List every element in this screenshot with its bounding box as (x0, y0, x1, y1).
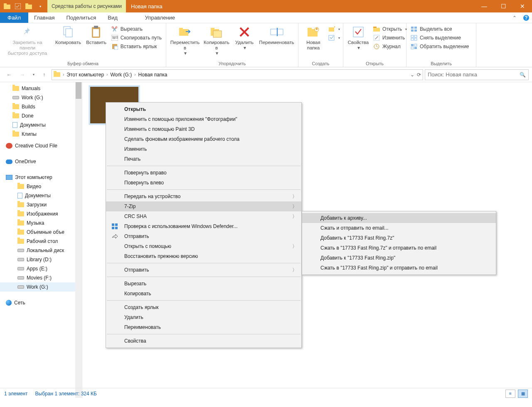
move-to-button[interactable]: Переместить в▾ (169, 24, 201, 57)
tab-home[interactable]: Главная (28, 12, 60, 23)
maximize-button[interactable]: ☐ (494, 0, 513, 12)
sidebar-item[interactable]: Музыка (0, 218, 82, 228)
rename-button[interactable]: Переименовать (258, 24, 296, 46)
context-menu-item[interactable]: Удалить (106, 312, 301, 322)
view-thumbnails-button[interactable]: ▦ (518, 390, 528, 398)
sidebar-item[interactable]: Apps (E:) (0, 264, 82, 273)
select-all-button[interactable]: Выделить все (409, 25, 471, 33)
copy-button[interactable]: Копировать (53, 24, 83, 46)
context-menu-item[interactable]: Проверка с использованием Windows Defend… (106, 221, 301, 231)
context-menu-item[interactable]: Добавить к архиву... (302, 213, 496, 223)
select-none-button[interactable]: Снять выделение (409, 34, 471, 42)
invert-selection-button[interactable]: Обратить выделение (409, 42, 471, 51)
ribbon-collapse-button[interactable]: ⌃ (509, 12, 520, 23)
new-item-button[interactable]: ✦▾ (327, 25, 342, 33)
edit-button[interactable]: Изменить (372, 34, 409, 42)
breadcrumb[interactable]: Work (G:) (110, 72, 132, 78)
sidebar-item[interactable]: Видео (0, 182, 82, 191)
context-menu-item[interactable]: Восстановить прежнюю версию (106, 251, 301, 261)
search-box[interactable]: 🔍 (425, 69, 529, 80)
tab-share[interactable]: Поделиться (60, 12, 102, 23)
open-button[interactable]: Открыть▾ (372, 25, 409, 33)
sidebar-item[interactable]: Загрузки (0, 200, 82, 209)
view-details-button[interactable]: ≡ (505, 390, 515, 398)
context-menu-item[interactable]: Открыть с помощью〉 (106, 241, 301, 251)
picture-tools-tab[interactable]: Средства работы с рисунками (47, 0, 126, 12)
context-menu-item[interactable]: Сделать фоновым изображением рабочего ст… (106, 134, 301, 144)
tab-view[interactable]: Вид (102, 12, 123, 23)
qat-dropdown-icon[interactable]: ▾ (36, 2, 45, 11)
sidebar-scrollbar[interactable] (75, 82, 82, 398)
breadcrumb[interactable]: Этот компьютер (66, 72, 104, 78)
sidebar-item[interactable]: Library (D:) (0, 255, 82, 264)
nav-forward-button[interactable]: → (17, 69, 28, 81)
sidebar-item[interactable]: Документы (0, 120, 82, 130)
context-menu-item[interactable]: Печать (106, 154, 301, 164)
nav-up-button[interactable]: ↑ (38, 69, 50, 81)
easy-access-button[interactable]: ▾ (327, 34, 342, 42)
qat-folder-icon[interactable] (24, 2, 33, 11)
context-menu-item[interactable]: Изменить с помощью приложения "Фотографи… (106, 114, 301, 124)
sidebar-item[interactable]: Объемные объе (0, 228, 82, 237)
context-menu-item[interactable]: Передать на устройство〉 (106, 191, 301, 201)
new-folder-button[interactable]: ✦ Новая папка (301, 24, 326, 51)
tab-manage[interactable]: Управление (139, 12, 181, 23)
cut-button[interactable]: ✂️Вырезать (110, 25, 163, 33)
context-menu-item[interactable]: Добавить к "17733 Fast Ring.zip" (302, 253, 496, 263)
context-menu-item[interactable]: Свойства (106, 336, 301, 346)
context-menu-item[interactable]: CRC SHA〉 (106, 211, 301, 221)
sidebar-item-onedrive[interactable]: OneDrive (0, 157, 82, 166)
copy-path-button[interactable]: w≡Скопировать путь (110, 34, 163, 42)
copy-to-button[interactable]: Копировать в▾ (202, 24, 231, 57)
sidebar-item-network[interactable]: Сеть (0, 298, 82, 307)
address-bar[interactable]: › Этот компьютер› Work (G:)› Новая папка… (52, 69, 423, 80)
sidebar-item-creative-cloud[interactable]: Creative Cloud File (0, 141, 82, 150)
sidebar-item[interactable]: Builds (0, 102, 82, 111)
sidebar-item[interactable]: Work (G:) (0, 93, 82, 102)
nav-back-button[interactable]: ← (3, 69, 15, 81)
sidebar-item[interactable]: Локальный диск (0, 246, 82, 255)
context-menu-item[interactable]: Повернуть вправо (106, 168, 301, 178)
minimize-button[interactable]: — (475, 0, 494, 12)
context-menu-item[interactable]: Изменить с помощью Paint 3D (106, 124, 301, 134)
context-menu-item[interactable]: Добавить к "17733 Fast Ring.7z" (302, 233, 496, 243)
chevron-right-icon: 〉 (292, 243, 297, 250)
help-button[interactable]: ? (520, 12, 532, 23)
history-button[interactable]: Журнал (372, 42, 409, 51)
sidebar-item[interactable]: Изображения (0, 209, 82, 218)
close-button[interactable]: ✕ (513, 0, 532, 12)
sidebar-item-this-pc[interactable]: Этот компьютер (0, 173, 82, 182)
nav-history-dropdown[interactable]: ▾ (30, 69, 37, 81)
context-menu-item[interactable]: Изменить (106, 144, 301, 154)
context-menu-item[interactable]: Переименовать (106, 322, 301, 332)
refresh-button[interactable]: ⟳ (417, 72, 421, 78)
context-menu-item[interactable]: Сжать в "17733 Fast Ring.7z" и отправить… (302, 243, 496, 253)
paste-button[interactable]: Вставить (84, 24, 109, 46)
sidebar-item[interactable]: Movies (F:) (0, 273, 82, 282)
tab-file[interactable]: Файл (0, 12, 28, 23)
pin-to-quick-access-button[interactable]: Закрепить на панели быстрого доступа (2, 24, 52, 57)
sidebar-item[interactable]: Done (0, 111, 82, 120)
address-dropdown-icon[interactable]: ⌄ (410, 72, 414, 78)
context-menu-item[interactable]: Вырезать (106, 279, 301, 289)
context-menu-item[interactable]: Сжать в "17733 Fast Ring.zip" и отправит… (302, 263, 496, 273)
properties-button[interactable]: Свойства▾ (346, 24, 371, 51)
context-menu-item[interactable]: Повернуть влево (106, 178, 301, 188)
sidebar-item[interactable]: Рабочий стол (0, 237, 82, 246)
context-menu-item[interactable]: Создать ярлык (106, 302, 301, 312)
qat-properties-icon[interactable] (13, 2, 22, 11)
context-menu-item[interactable]: Отправить〉 (106, 265, 301, 275)
sidebar-item[interactable]: Work (G:) (0, 282, 82, 292)
breadcrumb[interactable]: Новая папка (138, 72, 167, 78)
context-menu-item[interactable]: Копировать (106, 289, 301, 299)
sidebar-item[interactable]: Клипы (0, 130, 82, 139)
sidebar-item[interactable]: Документы (0, 191, 82, 200)
sidebar-item[interactable]: Manuals (0, 84, 82, 93)
paste-shortcut-button[interactable]: Вставить ярлык (110, 42, 163, 51)
context-menu-item[interactable]: 7-Zip〉 (106, 201, 301, 211)
delete-button[interactable]: Удалить▾ (232, 24, 257, 51)
context-menu-item[interactable]: Сжать и отправить по email... (302, 223, 496, 233)
context-menu-item[interactable]: Открыть (106, 104, 301, 114)
context-menu-item[interactable]: Отправить (106, 231, 301, 241)
search-input[interactable] (428, 71, 520, 78)
